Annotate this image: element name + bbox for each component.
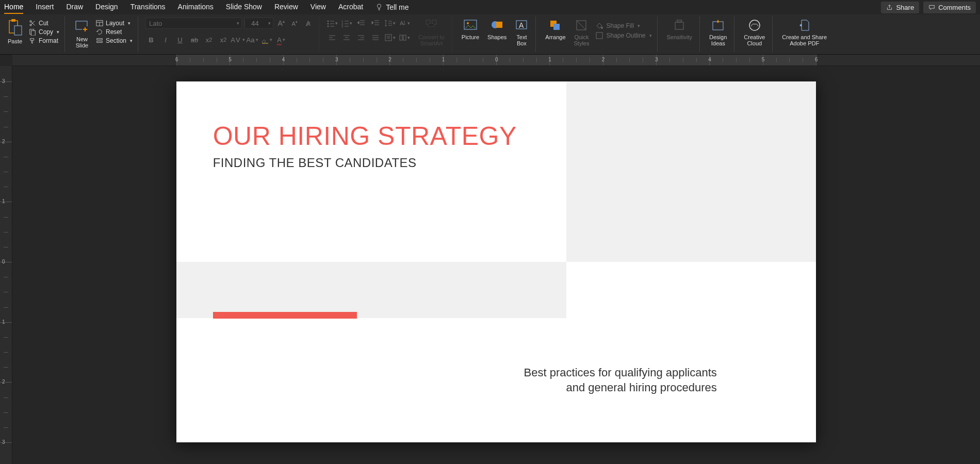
share-button[interactable]: Share	[881, 2, 919, 13]
ruler-v-label: 2	[2, 379, 5, 385]
numbering-button[interactable]: 123▾	[341, 18, 352, 29]
design-ideas-label: Design Ideas	[709, 34, 727, 46]
tab-view[interactable]: View	[311, 1, 326, 14]
ruler-horizontal[interactable]: 6543210123456	[12, 55, 980, 66]
quick-styles-button[interactable]: Quick Styles	[572, 18, 592, 47]
textbox-label: Text Box	[516, 34, 527, 46]
sensitivity-label: Sensitivity	[667, 34, 693, 40]
creative-cloud-button[interactable]: Creative Cloud	[742, 18, 767, 47]
sensitivity-button[interactable]: Sensitivity	[665, 18, 695, 41]
tab-home[interactable]: Home	[4, 1, 23, 14]
svg-text:A: A	[400, 20, 404, 26]
font-name-select[interactable]: Lato▾	[145, 18, 242, 29]
slide-title[interactable]: OUR HIRING STRATEGY	[213, 121, 517, 151]
clear-format-button[interactable]: A̷	[302, 18, 314, 29]
italic-button[interactable]: I	[160, 34, 171, 45]
line-spacing-button[interactable]: ▾	[384, 18, 396, 29]
increase-font-button[interactable]: A▴	[275, 18, 287, 29]
layout-button[interactable]: Layout▾	[96, 20, 133, 27]
scissors-icon	[29, 20, 36, 27]
align-right-button[interactable]	[355, 32, 367, 43]
tab-insert[interactable]: Insert	[36, 1, 54, 14]
svg-text:3: 3	[341, 25, 344, 27]
ribbon: Paste Cut Copy▾ Format New Sli	[0, 14, 980, 55]
highlight-button[interactable]: ▾	[261, 34, 272, 45]
layout-label: Layout	[106, 20, 124, 27]
font-color-button[interactable]: A▾	[275, 34, 287, 45]
ruler-h-label: 1	[548, 57, 551, 62]
tab-slide-show[interactable]: Slide Show	[226, 1, 262, 14]
ruler-vertical[interactable]: 3210123	[0, 66, 12, 464]
picture-button[interactable]: Picture	[460, 18, 481, 41]
cut-button[interactable]: Cut	[29, 20, 59, 27]
smartart-label: Convert to SmartArt	[418, 34, 445, 46]
reset-icon	[96, 28, 103, 36]
align-vertical-button[interactable]: ▾	[384, 32, 396, 43]
tab-acrobat[interactable]: Acrobat	[338, 1, 363, 14]
adobe-pdf-button[interactable]: Create and Share Adobe PDF	[780, 18, 829, 47]
align-left-button[interactable]	[326, 32, 338, 43]
comment-icon	[928, 4, 935, 11]
font-size-select[interactable]: 44▾	[244, 18, 273, 29]
paste-icon	[7, 19, 23, 36]
bold-button[interactable]: B	[145, 34, 157, 45]
slide-subtitle[interactable]: FINDING THE BEST CANDIDATES	[213, 156, 417, 170]
bullets-button[interactable]: ▾	[326, 18, 338, 29]
outdent-button[interactable]	[355, 18, 367, 29]
shapes-button[interactable]: Shapes	[485, 18, 509, 41]
shape-fill-button[interactable]: Shape Fill▾	[595, 22, 651, 30]
align-right-icon	[357, 34, 365, 42]
svg-rect-30	[403, 35, 406, 40]
ruler-v-label: 0	[2, 259, 5, 264]
svg-rect-33	[464, 20, 477, 29]
svg-point-15	[328, 21, 329, 22]
strike-button[interactable]: ab	[189, 34, 200, 45]
decrease-font-button[interactable]: A▾	[289, 18, 300, 29]
text-box-button[interactable]: A Text Box	[513, 18, 530, 47]
indent-button[interactable]	[370, 18, 381, 29]
ruler-h-label: 1	[442, 57, 445, 62]
subscript-button[interactable]: x2	[218, 34, 229, 45]
justify-button[interactable]	[370, 32, 381, 43]
paste-label: Paste	[8, 38, 22, 44]
tab-transitions[interactable]: Transitions	[130, 1, 166, 14]
format-painter-button[interactable]: Format	[29, 37, 59, 44]
tab-review[interactable]: Review	[274, 1, 298, 14]
picture-icon	[463, 19, 478, 32]
text-direction-button[interactable]: A▾	[399, 18, 410, 29]
superscript-button[interactable]: x2	[203, 34, 215, 45]
comments-label: Comments	[938, 4, 971, 11]
char-spacing-button[interactable]: AV▾	[232, 34, 243, 45]
shape-outline-button[interactable]: Shape Outline▾	[595, 31, 651, 40]
svg-rect-2	[14, 26, 22, 35]
group-font: Lato▾ 44▾ A▴ A▾ A̷ B I U ab x2 x2 AV▾ Aa…	[144, 16, 319, 52]
slide-body-line2: and general hiring procedures	[524, 380, 717, 395]
align-center-button[interactable]	[341, 32, 352, 43]
copy-button[interactable]: Copy▾	[29, 28, 59, 36]
svg-rect-14	[262, 43, 268, 44]
design-ideas-button[interactable]: Design Ideas	[707, 18, 729, 47]
ruler-h-label: 5	[228, 57, 232, 62]
columns-button[interactable]: ▾	[399, 32, 410, 43]
slide-canvas[interactable]: OUR HIRING STRATEGY FINDING THE BEST CAN…	[12, 66, 980, 464]
paste-button[interactable]: Paste	[5, 18, 25, 45]
comments-button[interactable]: Comments	[923, 2, 976, 13]
tab-animations[interactable]: Animations	[178, 1, 214, 14]
svg-rect-13	[97, 41, 103, 43]
slide-body[interactable]: Best practices for qualifying applicants…	[524, 365, 717, 395]
section-button[interactable]: Section▾	[96, 37, 133, 44]
tell-me-search[interactable]: Tell me	[375, 1, 409, 14]
arrange-button[interactable]: Arrange	[543, 18, 567, 41]
slide[interactable]: OUR HIRING STRATEGY FINDING THE BEST CAN…	[176, 81, 816, 442]
svg-rect-29	[400, 35, 402, 40]
new-slide-button[interactable]: New Slide	[72, 18, 92, 49]
workspace: 3210123 6543210123456 OUR HIRING STRATEG…	[0, 55, 980, 464]
group-paragraph: ▾ 123▾ ▾ A▾ ▾ ▾ Convert to SmartArt	[325, 16, 452, 52]
slide-decor-band	[176, 262, 566, 318]
reset-button[interactable]: Reset	[96, 28, 133, 36]
underline-button[interactable]: U	[174, 34, 186, 45]
tab-draw[interactable]: Draw	[66, 1, 83, 14]
change-case-button[interactable]: Aa▾	[247, 34, 258, 45]
convert-smartart-button[interactable]: Convert to SmartArt	[416, 18, 447, 47]
tab-design[interactable]: Design	[95, 1, 118, 14]
